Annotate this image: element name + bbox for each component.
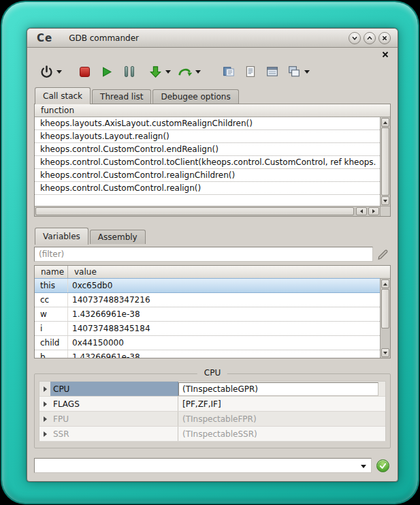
chevron-right-icon	[44, 386, 47, 392]
variables-rows: this 0xc65db0 cc 140737488347216 w 1.432…	[35, 279, 380, 358]
dock-close-button[interactable]	[381, 50, 389, 59]
titlebar[interactable]: Ce GDB commander	[27, 29, 398, 48]
send-command-button[interactable]	[376, 459, 389, 472]
table-row[interactable]: i 140737488345184	[35, 322, 380, 336]
table-row[interactable]: w 1.43266961e-38	[35, 307, 380, 322]
variables-vertical-scrollbar[interactable]	[380, 279, 390, 358]
maximize-button[interactable]	[364, 32, 376, 44]
window-controls	[349, 32, 391, 44]
chevron-down-icon	[361, 465, 366, 468]
scrollbar-thumb[interactable]	[381, 127, 389, 196]
value-editor[interactable]: (TInspectableGPR)	[178, 382, 378, 396]
callstack-row[interactable]: kheops.control.CustomControl.endRealign(…	[35, 143, 380, 156]
pause-button[interactable]	[121, 62, 138, 81]
decorative-frame: Ce GDB commander	[2, 2, 418, 503]
gdb-commander-window: Ce GDB commander	[27, 28, 398, 482]
variable-value: 0xc65db0	[68, 279, 380, 292]
column-header-function[interactable]: function	[35, 104, 74, 117]
windows-menu-dropdown[interactable]	[303, 62, 310, 81]
callstack-vertical-scrollbar[interactable]	[380, 117, 390, 206]
middle-tab-bar: Variables Assembly	[35, 227, 147, 244]
callstack-row[interactable]: kheops.control.CustomControl.realignChil…	[35, 169, 380, 182]
callstack-rows: kheops.layouts.AxisLayout.customRealignC…	[35, 117, 380, 206]
tab-call-stack[interactable]: Call stack	[35, 87, 91, 104]
cpu-row[interactable]: FLAGS [PF,ZF,IF]	[39, 397, 385, 412]
scroll-down-button[interactable]	[381, 196, 389, 205]
callstack-row[interactable]: kheops.control.CustomControl.toClient(kh…	[35, 156, 380, 169]
scroll-right-button[interactable]	[368, 207, 379, 215]
callstack-horizontal-scrollbar[interactable]	[35, 206, 380, 216]
register-group-label: SSR	[50, 427, 178, 441]
callstack-row[interactable]: kheops.layouts.Layout.realign()	[35, 130, 380, 143]
tab-variables[interactable]: Variables	[35, 228, 88, 245]
table-row[interactable]: cc 140737488347216	[35, 293, 380, 307]
table-row[interactable]: b 1.43266961e-38	[35, 350, 380, 358]
shade-button[interactable]	[349, 32, 361, 44]
tab-debugee-options[interactable]: Debugee options	[152, 89, 238, 104]
power-button[interactable]	[38, 62, 54, 81]
scroll-left-button[interactable]	[356, 207, 367, 215]
callstack-row[interactable]: kheops.layouts.AxisLayout.customRealignC…	[35, 117, 380, 130]
tab-assembly[interactable]: Assembly	[90, 230, 146, 244]
step-into-button[interactable]	[147, 62, 163, 81]
column-header-name[interactable]: name	[35, 266, 68, 278]
chevron-down-icon	[56, 70, 62, 74]
register-group-value: (TInspectableFPR)	[178, 412, 385, 426]
scrollbar-thumb[interactable]	[381, 289, 389, 328]
command-row	[34, 458, 391, 473]
watch-window-button[interactable]	[264, 62, 280, 81]
scroll-down-button[interactable]	[381, 348, 389, 357]
register-group-value: (TInspectableSSR)	[178, 427, 385, 441]
stop-button[interactable]	[76, 62, 93, 81]
open-docs-button[interactable]	[221, 62, 237, 81]
step-over-dropdown[interactable]	[194, 62, 201, 81]
expander[interactable]	[39, 397, 50, 411]
stop-icon	[80, 67, 90, 77]
filter-pen-button[interactable]	[376, 248, 389, 261]
power-dropdown[interactable]	[55, 62, 63, 81]
arrow-down-icon	[383, 352, 387, 354]
variable-name: i	[35, 322, 68, 335]
step-over-button[interactable]	[177, 62, 193, 81]
scroll-up-button[interactable]	[381, 118, 389, 127]
arrow-up-icon	[383, 283, 387, 286]
variable-value: 140737488347216	[68, 293, 380, 307]
scroll-up-button[interactable]	[381, 279, 389, 288]
expander[interactable]	[39, 427, 50, 441]
table-row[interactable]: child 0x44150000	[35, 336, 380, 350]
run-button[interactable]	[98, 62, 114, 81]
chevron-right-icon	[44, 431, 47, 437]
splitter-handle[interactable]	[34, 360, 391, 367]
callstack-row[interactable]: kheops.control.CustomControl.realign()	[35, 182, 380, 195]
chevron-down-icon	[350, 33, 359, 43]
expander[interactable]	[39, 382, 50, 396]
windows-icon	[288, 65, 300, 78]
chevron-up-icon	[365, 33, 374, 43]
column-header-value[interactable]: value	[68, 266, 97, 278]
watch-window-icon	[266, 65, 278, 78]
scrollbar-thumb[interactable]	[35, 207, 354, 215]
cpu-row[interactable]: CPU (TInspectableGPR)	[39, 382, 385, 397]
filter-row	[34, 247, 391, 262]
command-list-button[interactable]	[242, 62, 259, 81]
close-button[interactable]	[378, 32, 391, 44]
power-icon	[40, 65, 53, 78]
play-icon	[101, 66, 112, 78]
debug-toolbar	[37, 60, 389, 83]
command-input[interactable]	[35, 459, 371, 472]
table-row[interactable]: this 0xc65db0	[35, 278, 380, 293]
cpu-row[interactable]: FPU (TInspectableFPR)	[39, 412, 385, 427]
filter-input[interactable]	[34, 247, 373, 262]
step-into-dropdown[interactable]	[164, 62, 172, 81]
variable-name: b	[35, 350, 68, 358]
windows-menu-button[interactable]	[286, 62, 302, 81]
splitter-handle[interactable]	[34, 219, 391, 226]
command-combobox[interactable]	[34, 458, 372, 473]
cpu-group-title: CPU	[197, 368, 227, 378]
variables-panel: name value this 0xc65db0 cc 140737488347…	[34, 265, 391, 358]
variable-value: 140737488345184	[68, 322, 380, 335]
open-docs-icon	[223, 65, 235, 78]
expander[interactable]	[39, 412, 50, 426]
cpu-row[interactable]: SSR (TInspectableSSR)	[39, 427, 385, 442]
tab-thread-list[interactable]: Thread list	[92, 89, 151, 104]
